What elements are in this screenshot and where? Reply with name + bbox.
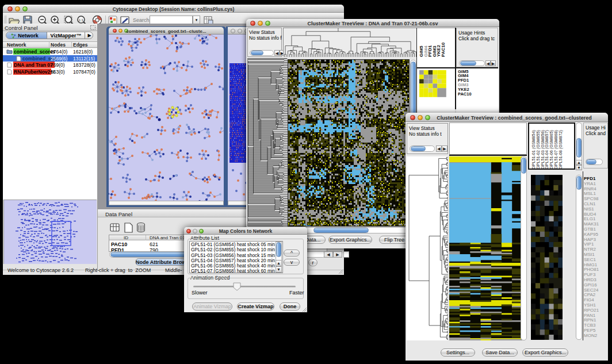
svg-text:1:1: 1:1 [79,18,84,22]
